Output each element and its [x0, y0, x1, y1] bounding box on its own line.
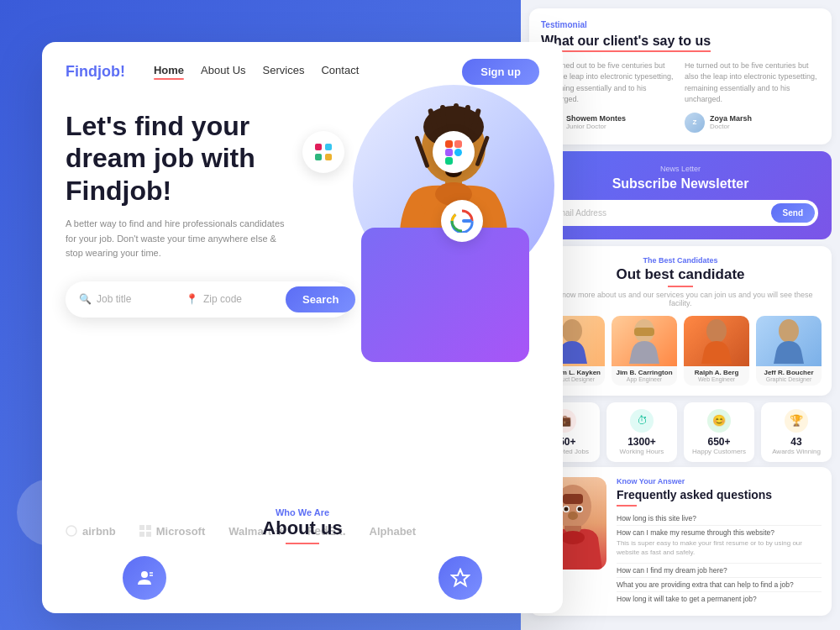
about-icon-1: [123, 556, 166, 600]
svg-point-48: [568, 512, 578, 520]
nav-home[interactable]: Home: [154, 64, 184, 80]
testimonial-person-2: Z Zoya Marsh Doctor: [685, 113, 820, 133]
svg-rect-27: [462, 219, 472, 223]
purple-gradient-box: [361, 228, 529, 362]
testimonial-content: He turned out to be five centuries but a…: [541, 60, 820, 133]
slack-icon: [302, 131, 344, 173]
about-section: Who We Are About us: [42, 494, 563, 613]
figma-icon: [433, 131, 475, 173]
svg-rect-25: [445, 157, 453, 165]
candidate-name-2: Jim B. Carrington: [612, 366, 677, 376]
job-title-input[interactable]: [97, 293, 172, 305]
testimonial-text-2: He turned out to be five centuries but a…: [685, 60, 820, 106]
faq-item-2[interactable]: How can I make my resume through this we…: [617, 526, 822, 564]
svg-point-50: [561, 531, 585, 544]
candidates-grid: William L. Kayken Product Designer Jim B…: [539, 316, 822, 386]
candidates-section: The Best Candidates Out best candidate T…: [529, 246, 832, 396]
stat-number-customers: 650+: [690, 436, 748, 448]
faq-content: Know Your Answer Frequently asked questi…: [617, 477, 822, 606]
candidate-photo-3: [684, 316, 749, 366]
candidate-2[interactable]: Jim B. Carrington App Engineer: [612, 316, 677, 386]
zip-code-input[interactable]: [203, 293, 279, 305]
stat-label-awards: Awards Winning: [768, 448, 825, 455]
svg-point-47: [578, 507, 582, 511]
main-card: Findjob! Home About Us Services Contact …: [42, 42, 563, 613]
svg-point-40: [706, 319, 727, 343]
svg-point-46: [564, 507, 569, 511]
hero-subtext: A better way to find and hire profession…: [66, 217, 292, 261]
faq-item-3[interactable]: How can I find my dream job here?: [617, 564, 822, 578]
faq-list: How long is this site live? How can I ma…: [617, 512, 822, 606]
svg-rect-20: [315, 154, 322, 160]
stats-row: 💼 150+ Completed Jobs ⏱ 1300+ Working Ho…: [529, 402, 832, 462]
svg-point-26: [454, 149, 462, 156]
newsletter-input-row: Send: [543, 200, 818, 226]
candidates-tag: The Best Candidates: [539, 256, 822, 265]
search-icon: 🔍: [79, 293, 92, 305]
stat-icon-hours: ⏱: [630, 409, 654, 433]
faq-item-1[interactable]: How long is this site live?: [617, 512, 822, 526]
candidate-role-4: Graphic Designer: [756, 376, 822, 386]
about-icon-spacer: [281, 556, 324, 600]
google-icon: [441, 200, 483, 242]
faq-title: Frequently asked questions: [617, 487, 822, 507]
stat-icon-awards: 🏆: [785, 409, 808, 433]
svg-rect-18: [315, 144, 322, 150]
candidate-photo-4: [756, 316, 822, 366]
svg-marker-36: [452, 570, 469, 585]
newsletter-email-input[interactable]: [553, 208, 766, 218]
candidate-name-3: Ralph A. Berg: [684, 366, 749, 376]
nav-services[interactable]: Services: [263, 64, 305, 80]
candidate-name-4: Jeff R. Boucher: [756, 366, 822, 376]
person-role-1: Junior Doctor: [566, 123, 626, 130]
about-title: About us: [66, 517, 539, 544]
faq-answer-2: This is super easy to make your first re…: [617, 537, 822, 560]
about-icons-row: [66, 556, 539, 600]
person-role-2: Doctor: [710, 123, 752, 130]
newsletter-submit-button[interactable]: Send: [771, 203, 815, 223]
svg-rect-24: [445, 149, 453, 156]
faq-tag: Know Your Answer: [617, 477, 822, 486]
location-icon: 📍: [186, 293, 198, 305]
candidate-3[interactable]: Ralph A. Berg Web Engineer: [684, 316, 749, 386]
newsletter-tag: News Letter: [543, 165, 818, 173]
svg-rect-21: [325, 154, 332, 160]
person-name-2: Zoya Marsh: [710, 114, 752, 123]
hero-image-area: [328, 76, 563, 412]
stat-working-hours: ⏱ 1300+ Working Hours: [606, 402, 677, 462]
about-tag: Who We Are: [66, 507, 539, 517]
hero-section: Let's find your dream job with Findjob! …: [42, 102, 563, 318]
svg-point-37: [562, 319, 582, 343]
svg-rect-39: [634, 328, 654, 336]
faq-item-5[interactable]: How long it will take to get a permanent…: [617, 592, 822, 606]
stat-customers: 😊 650+ Happy Customers: [684, 402, 754, 462]
faq-section: Know Your Answer Frequently asked questi…: [529, 467, 832, 617]
newsletter-title: Subscribe Newsletter: [543, 176, 818, 192]
svg-rect-22: [445, 140, 453, 148]
candidate-role-3: Web Engineer: [684, 376, 749, 386]
stat-label-customers: Happy Customers: [690, 448, 748, 455]
candidate-4[interactable]: Jeff R. Boucher Graphic Designer: [756, 316, 822, 386]
svg-rect-19: [325, 144, 332, 150]
nav-about[interactable]: About Us: [201, 64, 245, 80]
candidate-role-2: App Engineer: [612, 376, 677, 386]
stat-awards: 🏆 43 Awards Winning: [761, 402, 832, 462]
faq-item-4[interactable]: What you are providing extra that can he…: [617, 578, 822, 592]
stat-number-awards: 43: [768, 436, 825, 448]
hero-headline: Let's find your dream job with Findjob!: [66, 110, 309, 207]
stat-label-hours: Working Hours: [613, 448, 670, 455]
candidates-subtitle: To know more about us and our services y…: [539, 291, 822, 307]
newsletter-section: News Letter Subscribe Newsletter Send: [529, 151, 832, 239]
svg-point-33: [141, 571, 148, 578]
avatar-zoya: Z: [685, 113, 705, 133]
person-name-1: Showem Montes: [566, 114, 626, 123]
testimonial-col-2: He turned out to be five centuries but a…: [685, 60, 820, 133]
stat-number-hours: 1300+: [613, 436, 670, 448]
svg-rect-23: [454, 140, 462, 148]
candidate-photo-2: [612, 316, 677, 366]
testimonial-title: What our client's say to us: [541, 33, 820, 52]
svg-point-41: [779, 319, 799, 343]
stat-icon-customers: 😊: [707, 409, 731, 433]
testimonial-tag: Testimonial: [541, 20, 820, 29]
svg-rect-43: [563, 494, 583, 504]
